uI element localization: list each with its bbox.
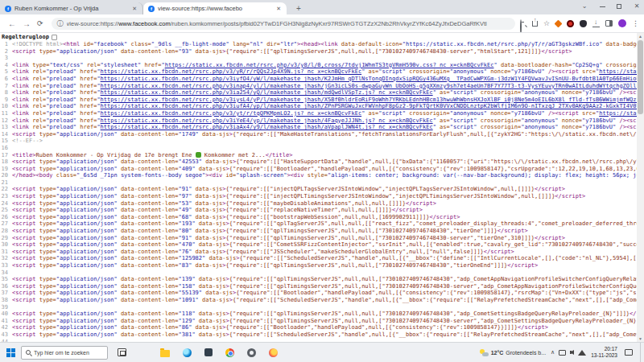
taskbar-search[interactable]: Typ hier om te zoeken [21,346,108,360]
tab-search-chevron-icon[interactable]: ⌄ [580,0,588,13]
source-link[interactable]: https://static.xx.fbcdn.net/rsrc.php/v3i… [101,89,433,96]
display-tray-icon[interactable] [559,350,566,356]
speaker-tray-icon[interactable] [570,350,574,355]
code-line: 2<script type="application/json" data-co… [0,48,644,56]
profile-avatar[interactable] [618,19,626,27]
tray-expand-chevron-icon[interactable]: ∧ [551,349,555,356]
code-line: 22<script type="application/json" data-c… [0,186,644,193]
weather-widget[interactable]: 12°C Grotendeels b... [480,349,546,356]
line-number: 35 [0,276,12,283]
extension-red-circle-icon[interactable] [567,20,574,27]
code-line: 31<script type="application/json" data-c… [0,249,644,256]
firefox-browser-icon[interactable] [269,348,278,357]
taskbar-apps [118,348,278,357]
taskbar-clock[interactable]: 20:17 13-11-2023 [591,346,617,359]
page-content: Regelterugloop 1<!DOCTYPE html><html id=… [0,32,644,342]
line-number: 26 [0,214,12,221]
line-number: 4 [0,62,12,69]
page-info-icon[interactable]: ⓘ [57,19,64,28]
line-number: 3 [0,55,12,62]
line-wrap-checkbox[interactable] [52,35,57,40]
settings-gear-icon[interactable] [247,348,256,357]
windows-logo-icon [6,348,15,357]
code-line: 27<script type="application/json" data-c… [0,220,644,228]
weather-temp: 12°C [491,350,504,356]
close-button[interactable]: ✕ [633,0,641,13]
extension-diamond-icon[interactable] [555,19,563,27]
back-button[interactable]: ← [8,19,16,28]
notification-center-icon[interactable] [625,349,633,356]
show-desktop-strip[interactable] [640,343,642,362]
line-number: 17 [0,152,12,159]
clock-time: 20:17 [591,346,617,352]
line-number: 13 [0,124,12,131]
line-number: 24 [0,200,12,208]
dark-app-icon[interactable] [204,348,213,356]
scrollbar-thumb[interactable] [638,40,643,114]
source-link[interactable]: https://static.xx.fbcdn.net/rsrc.php/v3i… [101,103,644,109]
chrome-icon[interactable] [225,348,234,357]
bookmark-star-icon[interactable]: ☆ [543,20,550,27]
code-line: 21 [0,179,644,187]
scroll-down-arrow-icon[interactable]: ▼ [637,335,644,342]
new-tab-button[interactable]: + [293,3,304,14]
maximize-button[interactable] [617,4,621,9]
code-line: 37<script type="application/json" data-c… [0,290,644,297]
task-view-icon[interactable] [118,348,126,356]
search-placeholder: Typ hier om te zoeken [34,350,89,356]
source-link[interactable]: https://static.xx.fbcdn.net/rsrc.php/v3i… [101,117,433,124]
side-panel-icon[interactable] [605,20,613,27]
network-tray-icon[interactable] [578,350,586,356]
scroll-up-arrow-icon[interactable]: ▲ [637,33,644,39]
code-line: 41<script type="application/json" data-c… [0,318,644,325]
url-text: view-source:https://www.facebook.com/rub… [67,20,487,27]
code-line: 4<link type="text/css" rel="stylesheet" … [0,62,644,69]
tab-close-icon[interactable]: ✕ [131,6,138,12]
zoom-indicator-icon[interactable] [520,20,526,27]
start-button[interactable] [0,348,21,357]
tab-facebook-post[interactable]: f Ruben Komkommer - Op Vrijda ✕ [0,2,143,14]
code-line: 28<script type="application/json" data-c… [0,228,644,235]
source-link[interactable]: https://static.xx.fbcdn.net/rsrc.php/v3i… [101,76,644,82]
source-link[interactable]: https://static.xx.fbcdn.net/rsrc.php/v3/… [165,62,494,68]
vertical-scrollbar[interactable]: ▲ ▼ [637,33,644,342]
plant-app-icon[interactable] [139,348,147,357]
line-number: 15 [0,138,12,145]
source-link[interactable]: https://static.xx.fbcdn.net/rsrc.php/v3i… [101,83,644,89]
browser-toolbar: ← → ⟳ ⓘ view-source:https://www.facebook… [0,14,644,32]
desktop-screen: f Ruben Komkommer - Op Vrijda ✕ f view-s… [0,0,644,362]
tab-view-source[interactable]: f view-source:https://www.facebo ✕ [143,2,287,14]
reload-button[interactable]: ⟳ [37,19,43,27]
toolbar-icons: ☆ ↓ ⋮ [520,19,639,27]
line-number: 39 [0,304,12,311]
line-number: 2 [0,48,12,56]
minimize-button[interactable] [600,6,605,7]
code-line: 10<link rel="preload" href="https://stat… [0,103,644,110]
downloads-icon[interactable]: ↓ [592,20,600,27]
window-controls: ⌄ ✕ [580,0,641,13]
taskbar-right: 12°C Grotendeels b... ∧ 20:17 13-11-2023 [480,343,644,362]
line-number: 19 [0,166,12,173]
line-number: 43 [0,331,12,339]
source-link[interactable]: https://static.xx.fbcdn.net/rsrc.php/v3i… [101,97,644,103]
source-link[interactable]: https://static.xx.fbcdn.net/rsrc.php/v3/… [101,68,362,75]
source-link[interactable]: https://static.xx.fbcdn.net/rsrc.php/v3/… [101,110,362,117]
code-line: 43<script type="application/json" data-c… [0,331,644,339]
line-number: 40 [0,311,12,318]
extension-dark-icon[interactable] [580,20,587,27]
menu-kebab-icon[interactable]: ⋮ [632,19,639,27]
tab-close-icon[interactable]: ✕ [275,6,282,12]
code-line: 1<!DOCTYPE html><html id="facebook" clas… [0,41,644,48]
source-link[interactable]: https://static.xx.fbcdn.net/rsrc.php/v3i… [101,124,433,130]
line-number: 28 [0,228,12,235]
address-bar[interactable]: ⓘ view-source:https://www.facebook.com/r… [52,18,515,30]
code-line: 25<script type="application/json" data-c… [0,207,644,214]
forward-button[interactable]: → [23,19,31,28]
code-line: 33<script type="application/json" data-c… [0,262,644,269]
facebook-favicon-icon: f [5,6,11,12]
file-explorer-icon[interactable] [160,350,170,357]
code-line: 29<script type="application/json" data-c… [0,235,644,242]
edge-browser-icon[interactable] [183,348,192,357]
code-line: 11<link rel="preload" href="https://stat… [0,110,644,117]
share-icon[interactable] [532,21,538,27]
